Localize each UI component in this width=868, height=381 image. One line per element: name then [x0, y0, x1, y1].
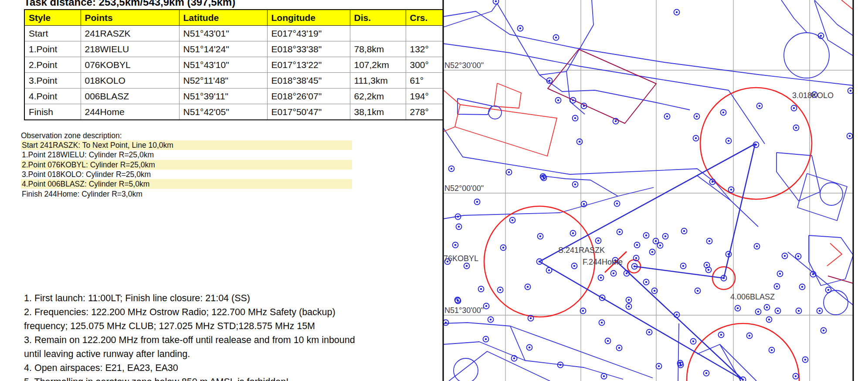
- cell-distance: 107,2km: [350, 57, 406, 73]
- cell-latitude: N51°14'24": [179, 41, 267, 57]
- airspace-boundary: [814, 1, 853, 56]
- airspace-boundary: [797, 173, 847, 221]
- waypoint-marker-dot: [795, 375, 797, 378]
- waypoint-marker-dot: [648, 331, 651, 333]
- table-row: 3.Point 018KOLO N52°11'48" E018°38'45" 1…: [24, 73, 443, 88]
- waypoint-marker-dot: [779, 273, 781, 275]
- cell-course: 300°: [406, 57, 443, 73]
- waypoint-marker-dot: [728, 140, 730, 142]
- cell-style: Finish: [24, 104, 81, 120]
- waypoint-marker-dot: [827, 289, 830, 291]
- waypoint-marker-dot: [458, 226, 460, 228]
- waypoint-marker-dot: [720, 334, 722, 336]
- cell-longitude: E018°33'38": [267, 41, 350, 57]
- waypoint-marker-dot: [749, 335, 751, 337]
- table-header-row: Style Points Latitude Longitude Dis. Crs…: [24, 10, 443, 26]
- waypoint-marker-dot: [549, 80, 551, 82]
- waypoint-marker-dot: [502, 247, 505, 249]
- waypoint-marker-dot: [676, 314, 678, 316]
- map-canvas[interactable]: N52°30'00"N52°00'00"N51°30'00"3.018KOLOS…: [442, 0, 855, 381]
- waypoint-marker-dot: [795, 127, 797, 129]
- restricted-airspace-boundary: [443, 127, 455, 132]
- waypoint-marker-dot: [696, 116, 698, 118]
- waypoint-marker-dot: [626, 272, 628, 275]
- cell-points: 006BLASZ: [81, 88, 179, 104]
- waypoint-marker-dot: [645, 235, 648, 237]
- waypoint-marker-dot: [559, 364, 562, 366]
- waypoint-marker-dot: [634, 265, 636, 268]
- waypoint-marker-dot: [601, 322, 603, 324]
- waypoint-label: 4.006BLASZ: [730, 293, 775, 301]
- waypoint-marker-dot: [574, 117, 576, 119]
- cell-distance: 111,3km: [350, 73, 406, 88]
- waypoint-marker-dot: [757, 311, 760, 313]
- waypoint-marker-dot: [616, 203, 618, 205]
- waypoint-marker-dot: [777, 310, 779, 312]
- waypoint-marker-dot: [756, 245, 758, 248]
- airspace-boundary: [443, 342, 623, 379]
- grid-coordinate-label: N52°30'00": [444, 61, 484, 70]
- restricted-airspace-boundary: [455, 105, 557, 156]
- task-distance-title: Task distance: 253,5km/543,9km (397,5km): [24, 0, 235, 8]
- airspace-boundary: [678, 323, 679, 381]
- waypoint-marker-dot: [801, 286, 804, 288]
- airspace-circle: [820, 183, 843, 205]
- cell-latitude: N52°11'48": [179, 73, 267, 88]
- waypoint-marker-dot: [603, 375, 605, 378]
- airspace-boundary: [697, 176, 758, 227]
- waypoint-marker-dot: [712, 181, 714, 183]
- cell-course: 61°: [406, 73, 443, 88]
- cell-distance: 38,1km: [350, 104, 406, 120]
- airspace-boundary: [788, 252, 853, 305]
- restricted-airspace-boundary: [444, 90, 460, 105]
- waypoint-marker-dot: [797, 255, 800, 258]
- waypoint-marker-dot: [823, 330, 825, 332]
- waypoint-marker-dot: [527, 286, 529, 288]
- waypoint-marker-dot: [574, 184, 576, 186]
- restricted-airspace-boundary: [494, 83, 521, 108]
- observation-line-2: 2.Point 076KOBYL: Cylinder R=25,0km: [21, 160, 352, 170]
- cell-style: 4.Point: [24, 88, 81, 104]
- cell-points: 241RASZK: [81, 26, 179, 41]
- waypoint-marker-dot: [555, 37, 557, 39]
- waypoint-marker-dot: [619, 231, 621, 233]
- waypoint-marker-dot: [695, 137, 697, 139]
- waypoint-marker-dot: [548, 269, 550, 272]
- waypoint-marker-dot: [485, 338, 487, 340]
- waypoint-marker-dot: [737, 307, 739, 310]
- waypoint-marker-dot: [579, 141, 581, 143]
- observation-line-4: 4.Point 006BLASZ: Cylinder R=5,0km: [21, 179, 352, 189]
- waypoint-marker-dot: [798, 310, 800, 312]
- waypoint-marker-dot: [723, 277, 725, 279]
- cell-latitude: N51°43'10": [179, 57, 267, 73]
- waypoint-marker-dot: [655, 240, 657, 242]
- waypoint-marker-dot: [697, 290, 699, 292]
- table-row: Start 241RASZK N51°43'01" E017°43'19": [24, 26, 443, 41]
- waypoint-marker-dot: [519, 27, 522, 30]
- waypoint-marker-dot: [480, 288, 482, 290]
- waypoint-marker-dot: [728, 253, 730, 255]
- observation-line-finish: Finish 244Home: Cylinder R=3,0km: [21, 189, 352, 199]
- waypoint-marker-dot: [499, 289, 502, 291]
- cell-course: [406, 26, 443, 41]
- waypoint-label: S.241RASZK: [558, 246, 605, 255]
- waypoint-marker-dot: [636, 244, 638, 246]
- cell-longitude: E017°43'19": [267, 26, 350, 41]
- waypoint-marker-dot: [812, 273, 814, 276]
- airspace-map[interactable]: N52°30'00"N52°00'00"N51°30'00"3.018KOLOS…: [442, 0, 855, 381]
- waypoint-marker-dot: [615, 120, 617, 122]
- note-line: 3. Remain on 122.200 MHz from take-off u…: [24, 333, 355, 347]
- airspace-circle: [488, 106, 502, 119]
- table-row: 2.Point 076KOBYL N51°43'10" E017°13'22" …: [24, 57, 443, 73]
- waypoint-marker-dot: [572, 232, 574, 235]
- waypoint-marker-dot: [539, 235, 542, 238]
- restricted-airspace-boundary: [827, 243, 842, 266]
- waypoint-marker-dot: [666, 116, 668, 118]
- grid-coordinate-label: N51°30'00": [444, 306, 484, 315]
- waypoint-marker-dot: [680, 364, 682, 366]
- waypoint-marker-dot: [530, 317, 532, 320]
- waypoint-marker-dot: [628, 299, 630, 301]
- waypoint-marker-dot: [706, 264, 708, 266]
- cell-style: 1.Point: [24, 41, 81, 57]
- observation-line-3: 3.Point 018KOLO: Cylinder R=25,0km: [21, 170, 352, 179]
